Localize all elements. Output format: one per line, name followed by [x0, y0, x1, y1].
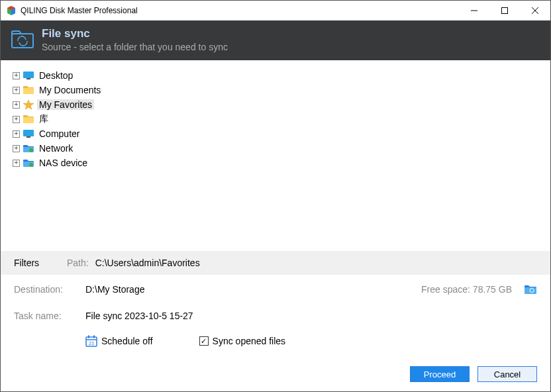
monitor-icon	[23, 128, 34, 139]
svg-rect-4	[502, 7, 508, 13]
folder-tree[interactable]: +Desktop+My Documents+My Favorites+库+Com…	[1, 60, 550, 251]
sync-opened-files-label: Sync opened files	[213, 336, 286, 346]
svg-marker-10	[23, 100, 34, 109]
expander-icon[interactable]: +	[13, 116, 20, 123]
tree-item-nas-device[interactable]: +NAS device	[13, 156, 550, 170]
task-name-value[interactable]: File sync 2023-10-5 15-27	[85, 311, 193, 321]
folder-icon	[23, 85, 34, 95]
expander-icon[interactable]: +	[13, 145, 20, 152]
destination-label: Destination:	[14, 284, 85, 295]
proceed-button[interactable]: Proceed	[410, 366, 470, 382]
schedule-label: Schedule off	[101, 336, 153, 346]
task-name-label: Task name:	[14, 311, 85, 321]
browse-destination-icon[interactable]	[524, 284, 537, 295]
folder-icon	[23, 114, 34, 124]
network-icon	[23, 158, 34, 168]
window-title: QILING Disk Master Professional	[21, 6, 138, 15]
expander-icon[interactable]: +	[13, 87, 20, 94]
sync-folder-icon	[11, 30, 34, 48]
page-subtitle: Source - select a folder that you need t…	[42, 42, 228, 52]
svg-rect-9	[26, 78, 30, 79]
tree-item-computer[interactable]: +Computer	[13, 126, 550, 141]
expander-icon[interactable]: +	[13, 72, 20, 79]
filters-row: Filters Path: C:\Users\admin\Favorites	[1, 251, 550, 275]
svg-rect-18	[93, 336, 95, 338]
svg-text:23: 23	[89, 341, 94, 346]
app-icon	[6, 5, 17, 16]
tree-item-label: NAS device	[37, 158, 89, 168]
monitor-icon	[23, 70, 34, 81]
tree-item-network[interactable]: +Network	[13, 141, 550, 156]
page-header: File sync Source - select a folder that …	[1, 21, 550, 60]
cancel-button[interactable]: Cancel	[477, 366, 537, 382]
minimize-button[interactable]	[459, 1, 489, 21]
free-space: Free space: 78.75 GB	[421, 284, 512, 295]
tree-item-label: 库	[37, 113, 50, 125]
close-button[interactable]	[520, 1, 550, 21]
svg-rect-17	[88, 336, 89, 338]
tree-item-label: My Favorites	[37, 99, 94, 110]
app-window: QILING Disk Master Professional File syn…	[0, 0, 551, 392]
filters-label[interactable]: Filters	[14, 258, 67, 268]
path-label: Path:	[67, 258, 89, 268]
button-row: Proceed Cancel	[14, 366, 537, 382]
task-name-row: Task name: File sync 2023-10-5 15-27	[14, 304, 537, 328]
svg-rect-8	[23, 72, 34, 78]
svg-rect-11	[23, 130, 34, 136]
tree-item-库[interactable]: +库	[13, 112, 550, 126]
destination-row: Destination: D:\My Storage Free space: 7…	[14, 275, 537, 304]
tree-item-my-documents[interactable]: +My Documents	[13, 83, 550, 97]
expander-icon[interactable]: +	[13, 101, 20, 109]
expander-icon[interactable]: +	[13, 130, 20, 138]
bottom-panel: Filters Path: C:\Users\admin\Favorites D…	[1, 251, 550, 391]
svg-rect-12	[26, 136, 30, 138]
network-icon	[23, 143, 34, 154]
tree-item-label: Network	[37, 143, 75, 154]
tree-item-desktop[interactable]: +Desktop	[13, 68, 550, 83]
sync-opened-files-checkbox[interactable]: ✓	[199, 336, 209, 346]
svg-point-13	[29, 148, 33, 152]
tree-item-my-favorites[interactable]: +My Favorites	[13, 97, 550, 112]
tree-item-label: Computer	[37, 128, 81, 139]
schedule-toggle[interactable]: 23 Schedule off	[85, 335, 153, 347]
star-icon	[23, 99, 34, 110]
tree-item-label: My Documents	[37, 85, 103, 95]
page-title: File sync	[42, 27, 228, 40]
expander-icon[interactable]: +	[13, 160, 20, 167]
options-row: 23 Schedule off ✓ Sync opened files	[14, 328, 537, 354]
calendar-icon: 23	[85, 335, 97, 347]
maximize-button[interactable]	[489, 1, 520, 21]
tree-item-label: Desktop	[37, 70, 75, 81]
destination-value[interactable]: D:\My Storage	[85, 284, 144, 295]
title-bar: QILING Disk Master Professional	[1, 1, 550, 21]
svg-point-14	[29, 163, 33, 167]
path-value: C:\Users\admin\Favorites	[95, 258, 200, 268]
